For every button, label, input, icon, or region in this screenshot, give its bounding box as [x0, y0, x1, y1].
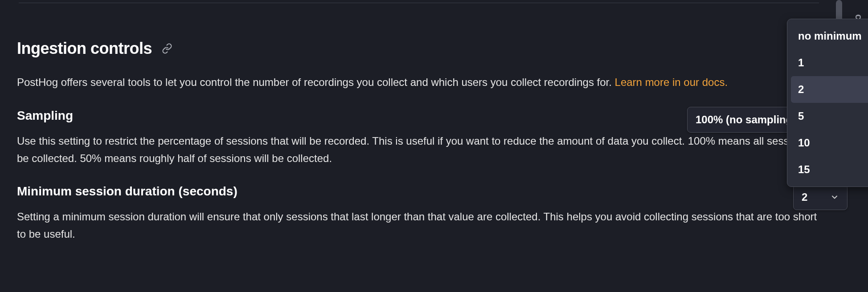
dropdown-item-10[interactable]: 10: [791, 130, 868, 156]
section-title: Ingestion controls: [17, 39, 152, 58]
section-header-row: Ingestion controls: [17, 39, 851, 58]
min-duration-header-row: Minimum session duration (seconds): [17, 184, 851, 208]
section-intro: PostHog offers several tools to let you …: [17, 74, 810, 91]
sampling-select-value: 100% (no sampling): [696, 114, 796, 126]
docs-link[interactable]: Learn more in our docs.: [615, 76, 728, 88]
dropdown-item-15[interactable]: 15: [791, 156, 868, 183]
sampling-description: Use this setting to restrict the percent…: [17, 133, 828, 167]
duration-dropdown: no minimum 1 2 5 10 15: [787, 19, 868, 187]
min-duration-title: Minimum session duration (seconds): [17, 184, 237, 199]
sampling-block: Sampling 100% (no sampling) Use this set…: [17, 109, 851, 167]
dropdown-item-5[interactable]: 5: [791, 103, 868, 130]
dropdown-item-no-minimum[interactable]: no minimum: [791, 23, 868, 49]
dropdown-item-1[interactable]: 1: [791, 49, 868, 76]
min-duration-select-value: 2: [802, 191, 807, 203]
sampling-title: Sampling: [17, 109, 73, 123]
settings-content: Ingestion controls PostHog offers severa…: [0, 0, 868, 278]
link-icon[interactable]: [162, 43, 172, 54]
min-duration-description: Setting a minimum session duration will …: [17, 208, 828, 243]
min-duration-block: Minimum session duration (seconds) 2 Set…: [17, 184, 851, 243]
intro-text: PostHog offers several tools to let you …: [17, 76, 615, 88]
dropdown-item-2[interactable]: 2: [791, 76, 868, 103]
